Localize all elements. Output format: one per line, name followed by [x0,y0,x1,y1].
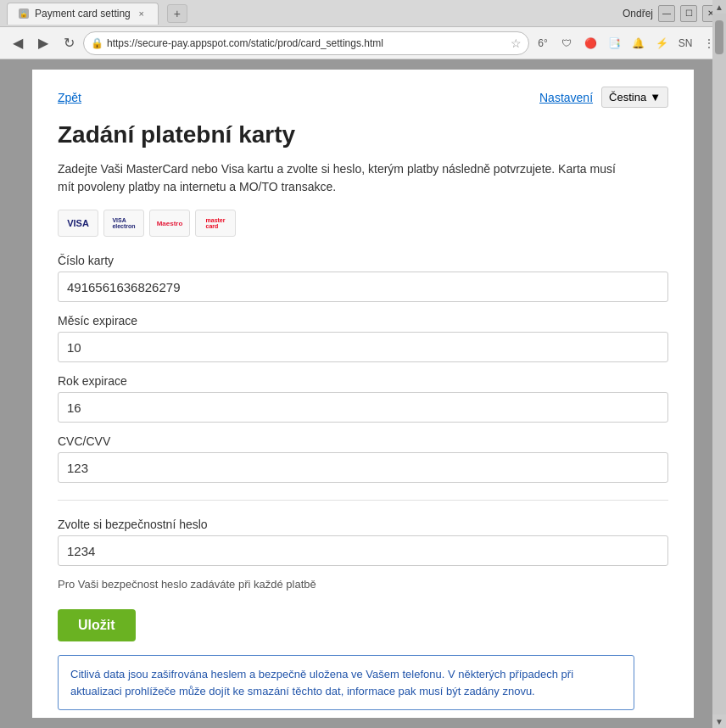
nav-bar: ◀ ▶ ↻ 🔒 ☆ 6° 🛡 🔴 📑 🔔 ⚡ SN ⋮ [0,27,726,59]
extension-icon-3[interactable]: 🔴 [580,33,600,53]
maximize-button[interactable]: ☐ [680,5,697,22]
extension-icon-5[interactable]: ⚡ [651,33,672,53]
address-bar[interactable] [107,37,507,49]
back-link[interactable]: Zpět [58,91,81,104]
top-navigation: Zpět Nastavení Čestina ▼ [58,87,668,108]
scrollbar-thumb[interactable] [715,20,723,54]
language-selector[interactable]: Čestina ▼ [601,87,668,108]
tab-title: Payment card setting [35,8,131,20]
expiry-year-input[interactable] [58,392,668,423]
title-bar-left: 🔒 Payment card setting × + [7,3,187,25]
page-description: Zadejte Vaši MasterCard nebo Visa kartu … [58,160,617,196]
title-bar-right: Ondřej — ☐ ✕ [623,5,719,22]
card-number-label: Číslo karty [58,254,668,267]
card-number-input[interactable] [58,272,668,302]
page-area: Zpět Nastavení Čestina ▼ Zadání platební… [0,59,726,728]
minimize-button[interactable]: — [658,5,675,22]
extension-icon-2[interactable]: 🛡 [556,33,577,53]
back-button[interactable]: ◀ [7,32,29,54]
extension-icon-1[interactable]: 6° [533,33,553,53]
browser-tab[interactable]: 🔒 Payment card setting × [7,3,159,25]
expiry-month-input[interactable] [58,332,668,362]
svg-text:🔒: 🔒 [20,9,28,18]
page-content: Zpět Nastavení Čestina ▼ Zadání platební… [32,70,694,718]
notification-icon[interactable]: 🔔 [628,33,648,53]
security-password-input[interactable] [58,535,668,566]
settings-link[interactable]: Nastavení [539,91,593,104]
favicon-icon: 🔒 [18,8,30,20]
card-logos: VISA VISAelectron Maestro mastercard [58,210,668,237]
user-name: Ondřej [623,8,653,20]
expiry-month-label: Měsíc expirace [58,314,668,328]
scroll-up-button[interactable]: ▲ [712,0,726,14]
extension-icon-4[interactable]: 📑 [604,33,624,53]
card-number-group: Číslo karty [58,254,668,302]
scroll-down-button[interactable]: ▼ [712,714,726,728]
chevron-down-icon: ▼ [650,91,661,104]
nav-icons: 6° 🛡 🔴 📑 🔔 ⚡ SN ⋮ [533,33,719,53]
save-button[interactable]: Uložit [58,609,136,641]
scrollbar[interactable]: ▲ ▼ [712,0,726,728]
forward-button[interactable]: ▶ [32,32,54,54]
visa-logo: VISA [58,210,98,237]
scrollbar-track[interactable] [712,14,726,714]
privacy-note: Pro Vaši bezpečnost heslo zadáváte při k… [58,578,668,591]
title-bar: 🔒 Payment card setting × + Ondřej — ☐ ✕ [0,0,726,27]
security-password-group: Zvolte si bezpečnostní heslo [58,518,668,566]
page-title: Zadání platební karty [58,121,668,148]
cvc-input[interactable] [58,452,668,483]
bookmark-icon[interactable]: ☆ [511,36,522,50]
translate-icon[interactable]: SN [675,33,695,53]
visa-electron-logo: VISAelectron [103,210,144,237]
language-label: Čestina [609,91,646,104]
mastercard-logo: mastercard [195,210,236,237]
refresh-button[interactable]: ↻ [58,32,80,54]
expiry-year-label: Rok expirace [58,374,668,388]
browser-chrome: 🔒 Payment card setting × + Ondřej — ☐ ✕ … [0,0,726,59]
maestro-logo: Maestro [149,210,190,237]
security-password-label: Zvolte si bezpečnostní heslo [58,518,668,531]
new-tab-button[interactable]: + [167,4,187,23]
address-bar-wrap: 🔒 ☆ [83,31,529,55]
tab-close-button[interactable]: × [136,8,148,20]
form-divider [58,500,668,501]
cvc-label: CVC/CVV [58,434,668,448]
security-note: Citlivá data jsou zašifrována heslem a b… [58,655,634,710]
lock-icon: 🔒 [91,37,103,49]
expiry-year-group: Rok expirace [58,374,668,423]
expiry-month-group: Měsíc expirace [58,314,668,362]
cvc-group: CVC/CVV [58,434,668,483]
